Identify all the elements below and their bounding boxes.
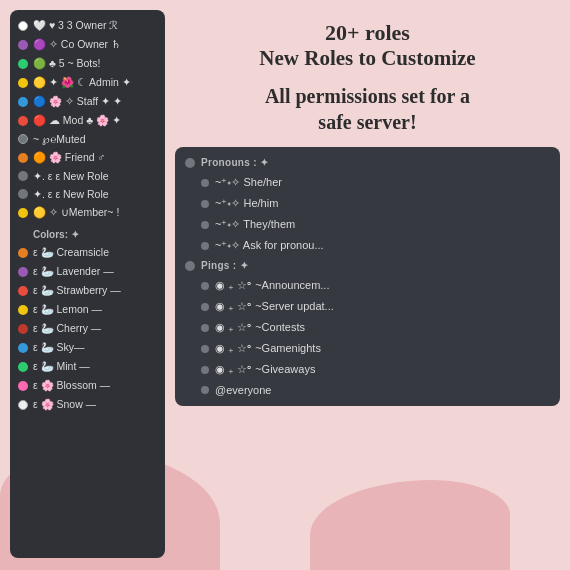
role-coowner: 🟣 ✧ Co Owner ♄	[10, 35, 165, 54]
role-friend: 🟠 🌸 Friend ♂	[10, 148, 165, 167]
role-dot	[18, 230, 28, 240]
preview-pronouns-header: Pronouns : ✦	[175, 153, 560, 172]
preview-she-her: ~⁺˖✧ She/her	[175, 172, 560, 193]
role-dot	[18, 248, 28, 258]
role-new2: ✦. ε ε New Role	[10, 185, 165, 203]
role-dot	[18, 40, 28, 50]
role-snow: ε 🌸 Snow —	[10, 395, 165, 414]
role-bots: 🟢 ♣ 5 ~ Bots!	[10, 54, 165, 73]
role-staff: 🔵 🌸 ✧ Staff ✦ ✦	[10, 92, 165, 111]
role-mod: 🔴 ☁ Mod ♣ 🌸 ✦	[10, 111, 165, 130]
role-dot	[18, 381, 28, 391]
role-cherry: ε 🦢 Cherry —	[10, 319, 165, 338]
preview-dot	[201, 324, 209, 332]
preview-dot	[201, 345, 209, 353]
role-dot	[18, 21, 28, 31]
subheadline-text: All permissions set for asafe server!	[265, 85, 470, 133]
role-dot	[18, 208, 28, 218]
preview-dot	[201, 366, 209, 374]
preview-they-them: ~⁺˖✧ They/them	[175, 214, 560, 235]
role-sky: ε 🦢 Sky—	[10, 338, 165, 357]
role-lemon: ε 🦢 Lemon —	[10, 300, 165, 319]
preview-announcements: ◉ ₊ ☆ᵒ ~Announcem...	[175, 275, 560, 296]
role-colors-header: Colors: ✦	[10, 226, 165, 243]
role-dot	[18, 189, 28, 199]
role-blossom: ε 🌸 Blossom —	[10, 376, 165, 395]
preview-dot	[201, 242, 209, 250]
role-dot	[18, 78, 28, 88]
role-lavender: ε 🦢 Lavender —	[10, 262, 165, 281]
role-dot	[18, 134, 28, 144]
role-dot	[18, 400, 28, 410]
role-member: 🟡 ✧ ∪Member~ !	[10, 203, 165, 222]
role-dot	[18, 59, 28, 69]
role-dot	[18, 153, 28, 163]
role-new1: ✦. ε ε New Role	[10, 167, 165, 185]
role-dot	[18, 305, 28, 315]
preview-server-updates: ◉ ₊ ☆ᵒ ~Server updat...	[175, 296, 560, 317]
preview-contests: ◉ ₊ ☆ᵒ ~Contests	[175, 317, 560, 338]
preview-ask-pronouns: ~⁺˖✧ Ask for pronou...	[175, 235, 560, 256]
role-dot	[18, 97, 28, 107]
preview-giveaways: ◉ ₊ ☆ᵒ ~Giveaways	[175, 359, 560, 380]
preview-dot	[185, 261, 195, 271]
headline-line2: New Roles to Customize	[175, 46, 560, 71]
headline-block: 20+ roles New Roles to Customize	[175, 20, 560, 71]
preview-he-him: ~⁺˖✧ He/him	[175, 193, 560, 214]
role-dot	[18, 362, 28, 372]
preview-dot	[201, 282, 209, 290]
role-creamsicle: ε 🦢 Creamsicle	[10, 243, 165, 262]
role-mint: ε 🦢 Mint —	[10, 357, 165, 376]
headline-line1: 20+ roles	[175, 20, 560, 46]
role-dot	[18, 324, 28, 334]
preview-pings-header: Pings : ✦	[175, 256, 560, 275]
preview-dot	[201, 179, 209, 187]
role-dot	[18, 171, 28, 181]
preview-dot	[201, 200, 209, 208]
preview-everyone: @everyone	[175, 380, 560, 400]
role-dot	[18, 343, 28, 353]
subheadline-block: All permissions set for asafe server!	[175, 83, 560, 135]
preview-dot	[185, 158, 195, 168]
preview-gamenights: ◉ ₊ ☆ᵒ ~Gamenights	[175, 338, 560, 359]
preview-dot	[201, 303, 209, 311]
role-dot	[18, 116, 28, 126]
role-dot	[18, 267, 28, 277]
role-strawberry: ε 🦢 Strawberry —	[10, 281, 165, 300]
role-admin: 🟡 ✦ 🌺 ☾ Admin ✦	[10, 73, 165, 92]
roles-preview-panel: Pronouns : ✦ ~⁺˖✧ She/her ~⁺˖✧ He/him ~⁺…	[175, 147, 560, 406]
preview-dot	[201, 221, 209, 229]
right-content-panel: 20+ roles New Roles to Customize All per…	[175, 10, 560, 406]
preview-dot	[201, 386, 209, 394]
left-roles-panel: 🤍 ♥ 3 3 Owner ℛ 🟣 ✧ Co Owner ♄ 🟢 ♣ 5 ~ B…	[10, 10, 165, 558]
role-owner: 🤍 ♥ 3 3 Owner ℛ	[10, 16, 165, 35]
decorative-wave-right	[310, 480, 510, 570]
role-muted: ~ ℘℮Muted	[10, 130, 165, 148]
role-dot	[18, 286, 28, 296]
